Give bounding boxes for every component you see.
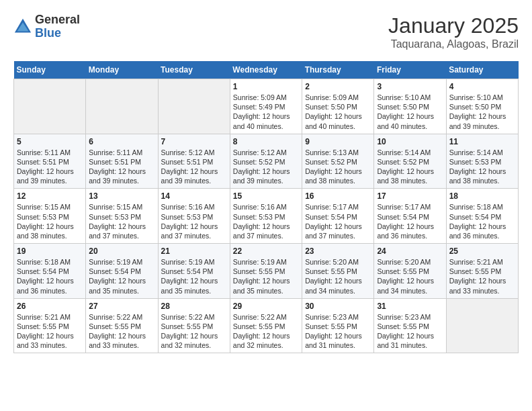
calendar-day-cell: 27Sunrise: 5:22 AMSunset: 5:55 PMDayligh… xyxy=(86,298,158,353)
day-number: 9 xyxy=(305,137,371,146)
day-info: Sunrise: 5:17 AMSunset: 5:54 PMDaylight:… xyxy=(305,202,371,240)
calendar-week-row: 5Sunrise: 5:11 AMSunset: 5:51 PMDaylight… xyxy=(14,134,519,189)
day-info: Sunrise: 5:13 AMSunset: 5:52 PMDaylight:… xyxy=(305,148,371,186)
calendar-day-cell xyxy=(86,79,158,134)
day-info: Sunrise: 5:20 AMSunset: 5:55 PMDaylight:… xyxy=(305,257,371,295)
day-number: 25 xyxy=(449,246,515,256)
calendar-day-cell xyxy=(14,79,86,134)
day-number: 1 xyxy=(233,82,299,91)
calendar-day-cell: 1Sunrise: 5:09 AMSunset: 5:49 PMDaylight… xyxy=(230,79,302,134)
day-number: 24 xyxy=(377,246,443,256)
calendar-day-cell: 2Sunrise: 5:09 AMSunset: 5:50 PMDaylight… xyxy=(302,79,374,134)
calendar-day-cell: 10Sunrise: 5:14 AMSunset: 5:52 PMDayligh… xyxy=(374,134,446,189)
day-info: Sunrise: 5:15 AMSunset: 5:53 PMDaylight:… xyxy=(89,202,154,240)
day-number: 6 xyxy=(89,137,154,146)
day-info: Sunrise: 5:10 AMSunset: 5:50 PMDaylight:… xyxy=(377,93,443,131)
day-info: Sunrise: 5:22 AMSunset: 5:55 PMDaylight:… xyxy=(233,312,299,351)
calendar: SundayMondayTuesdayWednesdayThursdayFrid… xyxy=(13,61,519,353)
calendar-week-row: 19Sunrise: 5:18 AMSunset: 5:54 PMDayligh… xyxy=(14,244,519,299)
day-info: Sunrise: 5:12 AMSunset: 5:52 PMDaylight:… xyxy=(233,148,299,186)
calendar-day-cell: 16Sunrise: 5:17 AMSunset: 5:54 PMDayligh… xyxy=(302,189,374,244)
day-number: 8 xyxy=(233,137,299,146)
calendar-day-cell: 3Sunrise: 5:10 AMSunset: 5:50 PMDaylight… xyxy=(374,79,446,134)
calendar-day-cell: 17Sunrise: 5:17 AMSunset: 5:54 PMDayligh… xyxy=(374,189,446,244)
logo-icon xyxy=(13,17,32,36)
header: General Blue January 2025 Taquarana, Ala… xyxy=(13,13,519,50)
day-info: Sunrise: 5:19 AMSunset: 5:54 PMDaylight:… xyxy=(161,257,227,295)
day-info: Sunrise: 5:16 AMSunset: 5:53 PMDaylight:… xyxy=(233,202,299,240)
day-of-week-header: Saturday xyxy=(446,61,518,79)
day-number: 5 xyxy=(17,137,83,146)
day-number: 29 xyxy=(233,302,299,311)
logo: General Blue xyxy=(13,13,80,40)
calendar-day-cell: 29Sunrise: 5:22 AMSunset: 5:55 PMDayligh… xyxy=(230,298,302,353)
day-info: Sunrise: 5:09 AMSunset: 5:49 PMDaylight:… xyxy=(233,93,299,131)
calendar-day-cell: 4Sunrise: 5:10 AMSunset: 5:50 PMDaylight… xyxy=(446,79,518,134)
calendar-day-cell: 26Sunrise: 5:21 AMSunset: 5:55 PMDayligh… xyxy=(14,298,86,353)
day-info: Sunrise: 5:22 AMSunset: 5:55 PMDaylight:… xyxy=(89,312,154,351)
day-info: Sunrise: 5:16 AMSunset: 5:53 PMDaylight:… xyxy=(161,202,227,240)
day-info: Sunrise: 5:21 AMSunset: 5:55 PMDaylight:… xyxy=(17,312,83,351)
day-number: 20 xyxy=(89,246,154,256)
day-number: 17 xyxy=(377,191,443,201)
day-number: 10 xyxy=(377,137,443,146)
day-info: Sunrise: 5:23 AMSunset: 5:55 PMDaylight:… xyxy=(377,312,443,351)
day-number: 31 xyxy=(377,302,443,311)
day-number: 26 xyxy=(17,302,83,311)
calendar-day-cell: 23Sunrise: 5:20 AMSunset: 5:55 PMDayligh… xyxy=(302,244,374,299)
day-info: Sunrise: 5:19 AMSunset: 5:55 PMDaylight:… xyxy=(233,257,299,295)
calendar-week-row: 1Sunrise: 5:09 AMSunset: 5:49 PMDaylight… xyxy=(14,79,519,134)
calendar-day-cell: 14Sunrise: 5:16 AMSunset: 5:53 PMDayligh… xyxy=(158,189,230,244)
day-number: 22 xyxy=(233,246,299,256)
day-info: Sunrise: 5:18 AMSunset: 5:54 PMDaylight:… xyxy=(17,257,83,295)
day-number: 12 xyxy=(17,191,83,201)
calendar-day-cell: 7Sunrise: 5:12 AMSunset: 5:51 PMDaylight… xyxy=(158,134,230,189)
day-number: 4 xyxy=(449,82,515,91)
day-info: Sunrise: 5:21 AMSunset: 5:55 PMDaylight:… xyxy=(449,257,515,295)
calendar-day-cell: 6Sunrise: 5:11 AMSunset: 5:51 PMDaylight… xyxy=(86,134,158,189)
calendar-day-cell: 12Sunrise: 5:15 AMSunset: 5:53 PMDayligh… xyxy=(14,189,86,244)
day-info: Sunrise: 5:19 AMSunset: 5:54 PMDaylight:… xyxy=(89,257,154,295)
day-info: Sunrise: 5:12 AMSunset: 5:51 PMDaylight:… xyxy=(161,148,227,186)
day-info: Sunrise: 5:22 AMSunset: 5:55 PMDaylight:… xyxy=(161,312,227,351)
title-block: January 2025 Taquarana, Alagoas, Brazil xyxy=(388,13,519,50)
calendar-day-cell xyxy=(446,298,518,353)
day-of-week-header: Monday xyxy=(86,61,158,79)
calendar-day-cell: 31Sunrise: 5:23 AMSunset: 5:55 PMDayligh… xyxy=(374,298,446,353)
day-number: 28 xyxy=(161,302,227,311)
day-number: 11 xyxy=(449,137,515,146)
day-number: 16 xyxy=(305,191,371,201)
day-info: Sunrise: 5:11 AMSunset: 5:51 PMDaylight:… xyxy=(17,148,83,186)
day-info: Sunrise: 5:23 AMSunset: 5:55 PMDaylight:… xyxy=(305,312,371,351)
day-number: 15 xyxy=(233,191,299,201)
month-title: January 2025 xyxy=(388,13,519,38)
day-info: Sunrise: 5:09 AMSunset: 5:50 PMDaylight:… xyxy=(305,93,371,131)
day-number: 3 xyxy=(377,82,443,91)
calendar-day-cell: 13Sunrise: 5:15 AMSunset: 5:53 PMDayligh… xyxy=(86,189,158,244)
day-number: 19 xyxy=(17,246,83,256)
day-number: 13 xyxy=(89,191,154,201)
calendar-day-cell xyxy=(158,79,230,134)
day-of-week-header: Friday xyxy=(374,61,446,79)
calendar-week-row: 26Sunrise: 5:21 AMSunset: 5:55 PMDayligh… xyxy=(14,298,519,353)
day-info: Sunrise: 5:11 AMSunset: 5:51 PMDaylight:… xyxy=(89,148,154,186)
calendar-day-cell: 9Sunrise: 5:13 AMSunset: 5:52 PMDaylight… xyxy=(302,134,374,189)
day-info: Sunrise: 5:14 AMSunset: 5:52 PMDaylight:… xyxy=(377,148,443,186)
calendar-day-cell: 15Sunrise: 5:16 AMSunset: 5:53 PMDayligh… xyxy=(230,189,302,244)
logo-general-text: General xyxy=(35,13,80,27)
day-of-week-header: Thursday xyxy=(302,61,374,79)
calendar-day-cell: 28Sunrise: 5:22 AMSunset: 5:55 PMDayligh… xyxy=(158,298,230,353)
calendar-day-cell: 22Sunrise: 5:19 AMSunset: 5:55 PMDayligh… xyxy=(230,244,302,299)
day-number: 18 xyxy=(449,191,515,201)
calendar-header-row: SundayMondayTuesdayWednesdayThursdayFrid… xyxy=(14,61,519,79)
calendar-day-cell: 25Sunrise: 5:21 AMSunset: 5:55 PMDayligh… xyxy=(446,244,518,299)
day-of-week-header: Wednesday xyxy=(230,61,302,79)
calendar-week-row: 12Sunrise: 5:15 AMSunset: 5:53 PMDayligh… xyxy=(14,189,519,244)
calendar-day-cell: 20Sunrise: 5:19 AMSunset: 5:54 PMDayligh… xyxy=(86,244,158,299)
calendar-day-cell: 18Sunrise: 5:18 AMSunset: 5:54 PMDayligh… xyxy=(446,189,518,244)
location: Taquarana, Alagoas, Brazil xyxy=(388,38,519,50)
day-number: 2 xyxy=(305,82,371,91)
calendar-day-cell: 5Sunrise: 5:11 AMSunset: 5:51 PMDaylight… xyxy=(14,134,86,189)
day-of-week-header: Sunday xyxy=(14,61,86,79)
day-info: Sunrise: 5:18 AMSunset: 5:54 PMDaylight:… xyxy=(449,202,515,240)
